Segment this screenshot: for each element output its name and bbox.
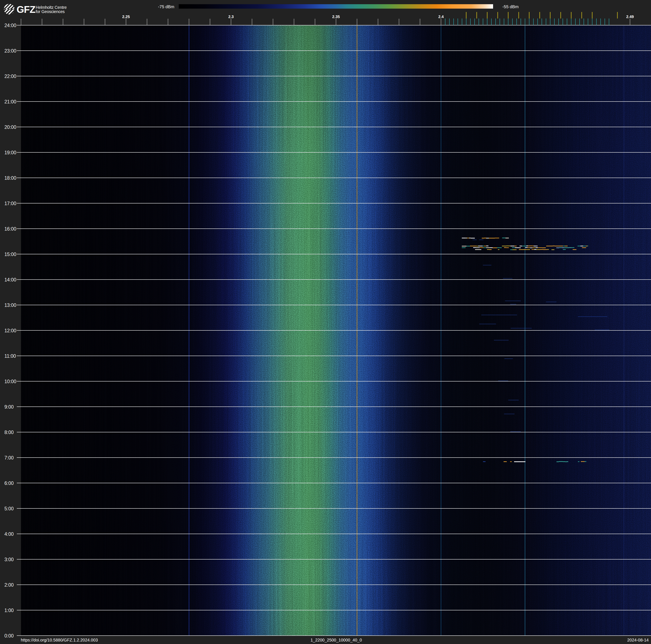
svg-text:3:00: 3:00 <box>4 557 14 562</box>
svg-text:13:00: 13:00 <box>4 302 17 308</box>
svg-text:5:00: 5:00 <box>4 506 14 511</box>
svg-text:1:00: 1:00 <box>4 608 14 613</box>
svg-text:0:00: 0:00 <box>4 633 14 639</box>
svg-text:2.49: 2.49 <box>626 14 634 19</box>
svg-text:17:00: 17:00 <box>4 201 17 206</box>
svg-text:21:00: 21:00 <box>4 99 17 105</box>
svg-text:23:00: 23:00 <box>4 48 17 54</box>
svg-text:20:00: 20:00 <box>4 124 17 130</box>
svg-text:4:00: 4:00 <box>4 531 14 537</box>
svg-text:9:00: 9:00 <box>4 404 14 410</box>
svg-text:24:00: 24:00 <box>4 23 17 28</box>
svg-text:19:00: 19:00 <box>4 150 17 155</box>
svg-text:15:00: 15:00 <box>4 252 17 257</box>
svg-text:-55 dBm: -55 dBm <box>502 4 519 9</box>
svg-text:2.25: 2.25 <box>122 14 130 19</box>
svg-text:14:00: 14:00 <box>4 277 17 283</box>
svg-text:10:00: 10:00 <box>4 379 17 384</box>
svg-text:2:00: 2:00 <box>4 582 14 588</box>
svg-text:2024-08-14: 2024-08-14 <box>627 638 649 642</box>
svg-text:GFZ: GFZ <box>17 4 35 15</box>
svg-text:2.3: 2.3 <box>228 14 234 19</box>
svg-text:2.4: 2.4 <box>438 14 444 19</box>
svg-text:https://doi.org/10.5880/GFZ.1.: https://doi.org/10.5880/GFZ.1.2.2024.003 <box>21 638 98 642</box>
svg-text:18:00: 18:00 <box>4 175 17 181</box>
svg-text:12:00: 12:00 <box>4 328 17 333</box>
svg-text:2.35: 2.35 <box>332 14 340 19</box>
svg-text:for Geosciences: for Geosciences <box>36 9 65 14</box>
svg-text:16:00: 16:00 <box>4 226 17 232</box>
svg-text:1_2200_2500_10000_40_0: 1_2200_2500_10000_40_0 <box>311 638 362 643</box>
svg-text:6:00: 6:00 <box>4 480 14 486</box>
svg-text:-75 dBm: -75 dBm <box>158 4 174 9</box>
svg-text:22:00: 22:00 <box>4 74 17 79</box>
svg-text:7:00: 7:00 <box>4 455 14 461</box>
svg-text:8:00: 8:00 <box>4 430 14 435</box>
svg-text:11:00: 11:00 <box>4 353 16 359</box>
